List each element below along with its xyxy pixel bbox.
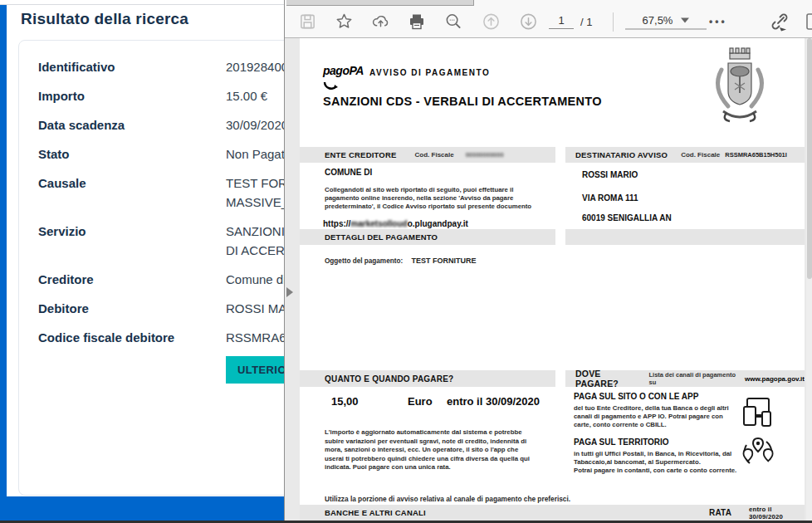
oggetto-row: Oggetto del pagamento: TEST FORNITURE	[325, 252, 477, 266]
cloud-upload-icon[interactable]	[371, 12, 390, 32]
zoom-control[interactable]: 67,5%	[625, 14, 707, 30]
arrow-up-circle-icon[interactable]	[482, 12, 501, 32]
page-count-label: / 1	[580, 16, 592, 28]
destinatario-address2: 60019 SENIGALLIA AN	[582, 213, 672, 222]
oggetto-label: Oggetto del pagamento:	[325, 257, 403, 265]
field-label: Data scadenza	[38, 115, 226, 134]
dove-label: DOVE PAGARE?	[575, 369, 644, 389]
banche-band: BANCHE E ALTRI CANALI RATA entro il 30/0…	[300, 505, 805, 521]
pdf-document-area: pagoPA AVVISO DI PAGAMENTO SANZIONI CDS …	[285, 38, 812, 521]
destinatario-name: ROSSI MARIO	[582, 170, 638, 179]
rata-label: RATA	[709, 508, 731, 517]
destinatario-band: DESTINATARIO AVVISO Cod. Fiscale RSSMRA6…	[565, 147, 805, 163]
field-label: Servizio	[38, 222, 226, 260]
document-title: SANZIONI CDS - VERBALI DI ACCERTAMENTO	[323, 95, 602, 108]
page-title: Risultato della ricerca	[21, 10, 188, 28]
pagamento-online-note: Collegandoti al sito web riportato di se…	[325, 186, 534, 211]
municipal-crest-image	[705, 46, 775, 139]
dettagli-label: DETTAGLI DEL PAGAMENTO	[325, 232, 438, 242]
more-options-button[interactable]: •••	[709, 16, 727, 27]
amount-value: 15,00	[331, 395, 359, 408]
screen: Risultato della ricerca Identificativo 2…	[0, 0, 812, 523]
dove-sublabel: Lista dei canali di pagamento su	[648, 371, 742, 386]
ente-creditore-label: ENTE CREDITORE	[325, 150, 397, 159]
field-label: Causale	[38, 174, 226, 212]
pdf-page: pagoPA AVVISO DI PAGAMENTO SANZIONI CDS …	[300, 38, 805, 521]
field-label: Codice fiscale debitore	[38, 328, 226, 347]
paga-territorio-body: in tutti gli Uffici Postali, in Banca, i…	[574, 450, 750, 475]
vertical-scrollbar[interactable]	[806, 38, 812, 521]
save-icon[interactable]	[299, 13, 316, 31]
quanto-label: QUANTO E QUANDO PAGARE?	[325, 374, 453, 384]
link-icon[interactable]	[769, 11, 790, 32]
dove-band: DOVE PAGARE? Lista dei canali di pagamen…	[565, 370, 805, 387]
viewer-top-edge	[285, 0, 812, 6]
result-card: Identificativo 201928400 Importo 15.00 €…	[18, 40, 284, 496]
destinatario-cod-fiscale-value: RSSMRA65B15H501I	[725, 151, 787, 159]
field-value: RSSMRA65	[226, 328, 284, 347]
dettagli-band-right	[565, 229, 805, 245]
window-edge-remnant	[286, 0, 474, 6]
pagopa-logo-text: pagoPA	[323, 64, 364, 77]
scrollbar-thumb[interactable]	[807, 38, 812, 279]
destinatario-address1: VIA ROMA 111	[582, 193, 638, 203]
chevron-down-icon	[681, 17, 689, 22]
field-row-importo: Importo 15.00 €	[38, 86, 284, 105]
field-value: 15.00 €	[226, 86, 267, 105]
field-row-causale: Causale TEST FORNI MASSIVE_Z	[38, 174, 284, 212]
amount-disclaimer: L'importo è aggiornato automaticamente d…	[325, 428, 539, 472]
deadline-label: entro il 30/09/2020	[447, 395, 540, 408]
field-label: Stato	[38, 144, 226, 164]
payment-url: https://marketsolloudo.plugandpay.it	[323, 215, 468, 230]
print-icon[interactable]	[408, 12, 426, 31]
field-row-debitore: Debitore ROSSI MARI	[38, 299, 284, 318]
field-row-servizio: Servizio SANZIONI CD DI ACCERTA	[38, 222, 284, 260]
field-value: 30/09/2020	[226, 115, 284, 134]
result-modal: Risultato della ricerca Identificativo 2…	[7, 5, 284, 496]
further-details-button[interactable]: ULTERIOR	[226, 356, 284, 384]
map-pins-icon	[740, 434, 776, 474]
url-prefix: https://	[323, 219, 350, 228]
arrow-down-circle-icon[interactable]	[519, 12, 538, 32]
ente-cod-fiscale-value: 00000000000	[466, 151, 504, 159]
paga-sito-title: PAGA SUL SITO O CON LE APP	[574, 392, 698, 401]
field-row-data-scadenza: Data scadenza 30/09/2020	[38, 115, 284, 134]
page-number-input[interactable]: 1	[549, 14, 574, 29]
search-icon[interactable]	[444, 12, 463, 32]
field-row-codice-fiscale: Codice fiscale debitore RSSMRA65	[38, 328, 284, 347]
paga-territorio-title: PAGA SUL TERRITORIO	[574, 437, 669, 447]
utilizza-note: Utilizza la porzione di avviso relativa …	[325, 495, 570, 503]
oggetto-value: TEST FORNITURE	[412, 257, 477, 265]
devices-icon	[737, 393, 775, 435]
field-label: Identificativo	[38, 57, 226, 76]
field-value: TEST FORNI MASSIVE_Z	[226, 174, 284, 212]
url-suffix: o.plugandpay.it	[408, 219, 468, 228]
star-icon[interactable]	[335, 12, 354, 32]
field-label: Creditore	[38, 270, 226, 289]
field-label: Importo	[38, 86, 226, 105]
sidebar-toggle-arrow-icon[interactable]	[286, 287, 293, 297]
comune-name: COMUNE DI	[325, 168, 372, 177]
field-value: SANZIONI CD DI ACCERTA	[226, 222, 284, 260]
rata-deadline: entro il 30/09/2020	[749, 506, 805, 521]
paga-sito-body: del tuo Ente Creditore, della tua Banca …	[574, 404, 733, 429]
url-redacted: marketsolloud	[350, 219, 407, 228]
quanto-band: QUANTO E QUANDO PAGARE?	[300, 370, 555, 387]
destinatario-label: DESTINATARIO AVVISO	[575, 150, 668, 159]
avviso-di-pagamento-label: AVVISO DI PAGAMENTO	[369, 68, 490, 77]
pagopa-site-url: www.pagopa.gov.it	[745, 375, 805, 383]
zoom-level-value: 67,5%	[643, 14, 673, 27]
search-result-page: Risultato della ricerca Identificativo 2…	[0, 0, 284, 523]
pdf-viewer-window: 1 / 1 67,5% •••	[284, 0, 812, 521]
banche-label: BANCHE E ALTRI CANALI	[325, 508, 426, 517]
field-value: Non Pagato	[226, 144, 284, 164]
field-value: ROSSI MARI	[226, 299, 284, 318]
field-row-creditore: Creditore Comune di S	[38, 270, 284, 289]
document-edge-icon[interactable]	[805, 12, 812, 32]
currency-label: Euro	[408, 395, 433, 408]
field-row-identificativo: Identificativo 201928400	[38, 57, 284, 76]
pdf-toolbar: 1 / 1 67,5% •••	[285, 6, 812, 38]
cod-fiscale-label: Cod. Fiscale	[415, 151, 454, 159]
pagopa-logo: pagoPA	[323, 63, 363, 93]
ente-creditore-band: ENTE CREDITORE Cod. Fiscale 00000000000	[300, 147, 555, 163]
